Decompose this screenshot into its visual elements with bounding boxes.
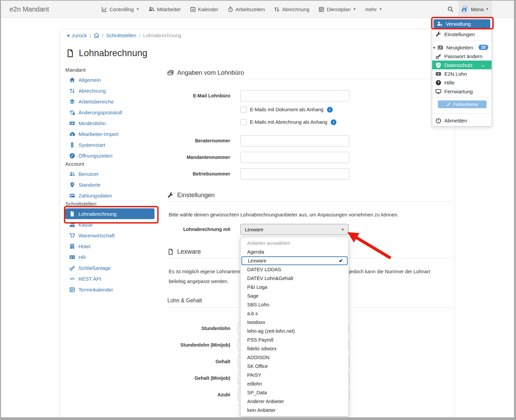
dropdown-option-pss-payroll[interactable]: PSS Payroll	[240, 335, 349, 344]
sidebar-item-hr[interactable]: HR	[65, 252, 155, 262]
dropdown-option-addison[interactable]: ADDISON	[240, 353, 349, 362]
menu-item-fernwartung[interactable]: Fernwartung	[432, 87, 492, 96]
menu-item-passwort-aendern[interactable]: Passwort ändern	[432, 52, 492, 61]
dropdown-option-lohn-ag[interactable]: lohn-ag (zeit-lohn.net)	[240, 327, 349, 335]
info-icon[interactable]: i	[327, 107, 333, 113]
power-icon	[436, 118, 441, 123]
sidebar-item-warenwirtschaft[interactable]: Warenwirtschaft	[65, 230, 155, 241]
menu-item-e2n-lohn[interactable]: E2N Lohn	[432, 69, 492, 78]
breadcrumb-separator: /	[139, 32, 140, 38]
calculation-icon	[274, 6, 280, 12]
sidebar-item-standorte[interactable]: Standorte	[65, 179, 155, 190]
dropdown-option-edlohn[interactable]: edlohn	[240, 379, 349, 388]
menu-item-abmelden[interactable]: Abmelden	[432, 116, 492, 125]
betriebsnummer-field[interactable]	[240, 168, 349, 180]
menu-item-verwaltung[interactable]: Verwaltung	[433, 19, 490, 28]
provider-select[interactable]: Lexware ▼	[240, 224, 349, 235]
nav-abrechnung-label: Abrechnung	[282, 6, 309, 12]
menu-item-datenschutz-label: Datenschutz	[444, 62, 472, 68]
brand-logo[interactable]: e2n Mandant	[9, 1, 49, 18]
user-menu-trigger[interactable]: Mona ▼	[458, 1, 492, 18]
main-nav: Controlling ▼ Mitarbeiter Kalender Arbei…	[101, 1, 382, 18]
chevron-down-icon: ▼	[379, 7, 382, 11]
abrechnung-anhang-checkbox[interactable]	[240, 119, 247, 125]
dropdown-option-kein-anbieter[interactable]: kein Anbieter	[240, 406, 349, 415]
dropdown-option-lexware-selected[interactable]: Lexware ✔	[241, 256, 348, 265]
nav-kalender[interactable]: Kalender	[190, 6, 218, 12]
cash-register-icon	[69, 222, 75, 228]
sidebar-item-lohnabrechnung[interactable]: Lohnabrechnung	[65, 208, 155, 219]
nav-mehr[interactable]: mehr ▼	[365, 6, 382, 12]
email-lohnbuero-field[interactable]	[240, 90, 349, 101]
nav-mitarbeiter[interactable]: Mitarbeiter	[148, 6, 181, 12]
banknote-icon	[436, 71, 441, 77]
mandantennummer-field[interactable]	[240, 152, 349, 163]
beraternummer-label: Beraternummer	[167, 135, 230, 146]
breadcrumb-back-link[interactable]: zurück	[72, 32, 87, 38]
sidebar-item-aenderungsprotokoll[interactable]: Änderungsprotokoll	[65, 107, 155, 118]
home-icon[interactable]	[94, 32, 99, 38]
nav-controlling[interactable]: Controlling ▼	[101, 6, 139, 12]
dropdown-option-placeholder[interactable]: Anbieter auswählen	[240, 239, 349, 248]
nav-arbeitszeiten[interactable]: Arbeitszeiten	[228, 6, 265, 12]
sidebar-item-abrechnung[interactable]: Abrechnung	[65, 85, 155, 96]
info-icon[interactable]: i	[331, 119, 336, 125]
dropdown-option-fidelis-sdworx[interactable]: fidelis sdworx	[240, 344, 349, 353]
farbschema-button[interactable]: Farbschema	[438, 100, 487, 108]
sidebar-item-terminkalender[interactable]: Terminkalender	[65, 284, 155, 295]
nav-abrechnung[interactable]: Abrechnung	[274, 6, 309, 12]
menu-item-hilfe-label: Hilfe	[444, 80, 454, 86]
sidebar-item-allgemein[interactable]: Allgemein	[65, 74, 155, 85]
menu-item-hilfe[interactable]: Hilfe	[432, 78, 492, 87]
dropdown-option-datev-lohn-gehalt[interactable]: DATEV Lohn&Gehalt	[240, 274, 349, 283]
checkbox-row-dokument: E-Mails mit Dokument als Anhang i	[240, 107, 333, 113]
calendar-icon	[69, 287, 75, 293]
sidebar-item-arbeitsbereiche[interactable]: Arbeitsbereiche	[65, 96, 155, 107]
dropdown-option-sk-office[interactable]: SK Office	[240, 362, 349, 371]
sidebar-item-mindestlohn[interactable]: Mindestlohn	[65, 118, 155, 129]
beraternummer-field[interactable]	[240, 135, 349, 146]
dokument-anhang-checkbox[interactable]	[240, 107, 247, 113]
dropdown-option-sp-data[interactable]: SP_Data	[240, 388, 349, 397]
arrow-left-icon: ←	[480, 62, 486, 68]
menu-item-datenschutz[interactable]: Datenschutz ←	[432, 61, 492, 69]
dropdown-option-abs[interactable]: a.b.s	[240, 309, 349, 318]
nav-mehr-label: mehr	[365, 6, 377, 12]
sidebar-item-label: Benutzer	[78, 171, 99, 177]
dropdown-option-datev-lodas[interactable]: DATEV LODAS	[240, 265, 349, 274]
dropdown-option-sbs-lohn[interactable]: SBS Lohn	[240, 300, 349, 309]
dropdown-option-pi-loga[interactable]: P&I Loga	[240, 283, 349, 291]
sidebar-item-kasse[interactable]: Kasse	[65, 219, 155, 230]
user-avatar	[462, 6, 469, 13]
sidebar-item-schliessanlage[interactable]: Schließanlage	[65, 262, 155, 273]
sidebar-item-oeffnungszeiten[interactable]: Öffnungszeiten	[65, 150, 155, 161]
section-header-einstellungen: Einstellungen	[167, 191, 215, 199]
farbschema-button-label: Farbschema	[453, 102, 477, 107]
dropdown-option-agenda[interactable]: Agenda	[240, 248, 349, 256]
sidebar-item-hotel[interactable]: Hotel	[65, 241, 155, 252]
dropdown-option-twodoxx[interactable]: twodoxx	[240, 318, 349, 327]
sidebar-item-systemstart[interactable]: Systemstart	[65, 139, 155, 150]
house-icon	[69, 77, 75, 83]
breadcrumb-schnittstellen-link[interactable]: Schnittstellen	[106, 32, 136, 38]
provider-dropdown-list: Anbieter auswählen Agenda Lexware ✔ DATE…	[240, 237, 349, 417]
settings-sidebar: Mandant Allgemein Abrechnung Arbeitsbere…	[65, 67, 155, 295]
wrench-icon	[436, 31, 441, 37]
key-icon	[436, 53, 441, 59]
sidebar-item-zahlungsdaten[interactable]: Zahlungsdaten	[65, 190, 155, 201]
sidebar-item-rest-api[interactable]: REST API	[65, 273, 155, 284]
search-button[interactable]	[447, 6, 453, 12]
dropdown-option-paisy[interactable]: PAISY	[240, 371, 349, 379]
app-window: e2n Mandant Controlling ▼ Mitarbeiter Ka…	[0, 0, 516, 420]
menu-item-einstellungen[interactable]: Einstellungen	[432, 30, 492, 39]
dropdown-option-sage[interactable]: Sage	[240, 291, 349, 300]
menu-divider	[432, 97, 492, 97]
dropdown-option-anderer-anbieter[interactable]: Anderer Anbieter	[240, 397, 349, 406]
calendar-grid-icon	[319, 6, 324, 12]
nav-dienstplan[interactable]: Dienstplan ▼	[319, 6, 356, 12]
mails-icon	[167, 70, 174, 76]
sidebar-item-benutzer[interactable]: Benutzer	[65, 168, 155, 179]
sidebar-item-mitarbeiter-import[interactable]: Mitarbeiter-Import	[65, 129, 155, 139]
user-name: Mona	[471, 6, 484, 12]
menu-item-neuigkeiten[interactable]: ◀ Neuigkeiten 10	[432, 43, 492, 52]
